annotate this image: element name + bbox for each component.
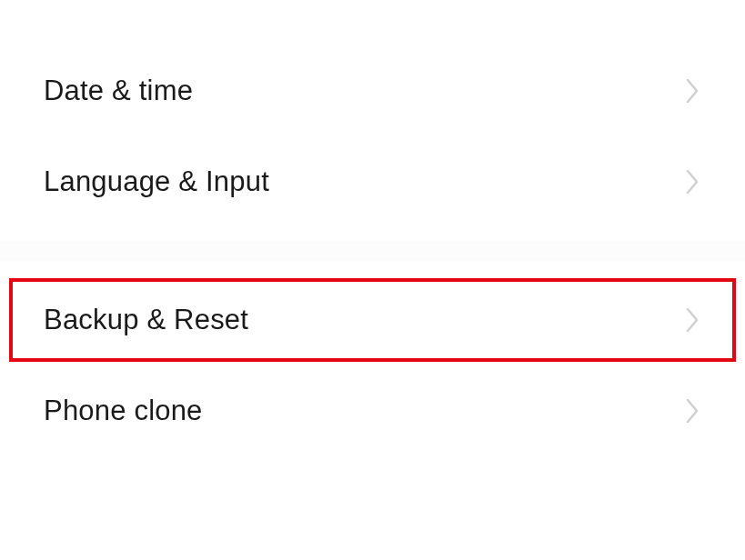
chevron-right-icon — [685, 168, 701, 195]
settings-group-system: Date & time Language & Input — [0, 45, 745, 235]
settings-list: Date & time Language & Input Backup & Re… — [0, 0, 745, 456]
chevron-right-icon — [685, 77, 701, 105]
settings-item-phone-clone[interactable]: Phone clone — [0, 365, 745, 456]
settings-item-label: Phone clone — [44, 395, 203, 427]
settings-item-label: Language & Input — [44, 165, 269, 198]
settings-item-label: Date & time — [44, 75, 193, 107]
settings-item-language-input[interactable]: Language & Input — [0, 136, 745, 227]
settings-item-date-time[interactable]: Date & time — [0, 45, 745, 136]
settings-item-label: Backup & Reset — [44, 304, 248, 336]
settings-group-backup: Backup & Reset Phone clone — [0, 267, 745, 456]
chevron-right-icon — [685, 306, 701, 334]
section-divider — [0, 242, 745, 260]
chevron-right-icon — [685, 397, 701, 425]
settings-item-backup-reset[interactable]: Backup & Reset — [0, 275, 745, 365]
